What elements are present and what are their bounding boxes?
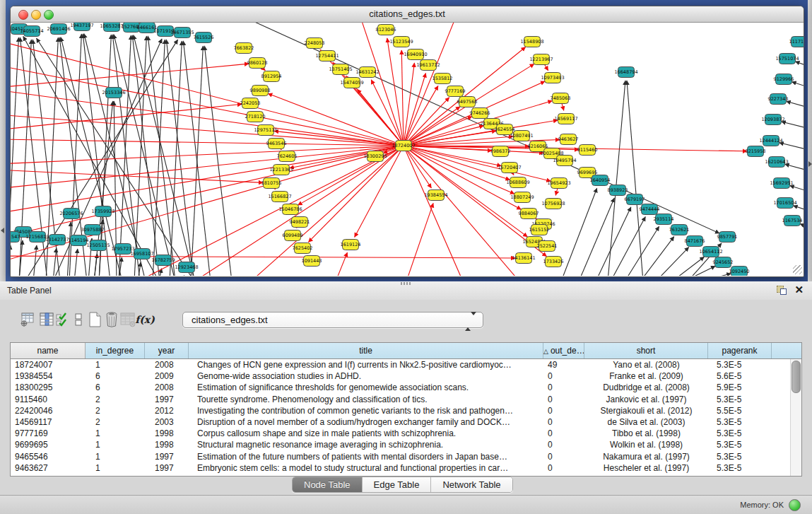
graph-node[interactable]: 391547 — [11, 232, 20, 243]
graph-node[interactable]: 11548908 — [520, 37, 543, 47]
graph-node[interactable]: 1117104 — [789, 37, 804, 47]
graph-node[interactable]: 9498221 — [290, 217, 310, 228]
graph-node[interactable]: 8215958 — [746, 146, 766, 157]
graph-node[interactable]: 20153346 — [102, 88, 125, 98]
graph-node[interactable]: 10756928 — [541, 199, 565, 209]
graph-node[interactable]: 13751405 — [329, 64, 352, 75]
graph-node[interactable]: 16958107 — [130, 249, 153, 259]
graph-node[interactable]: 10973493 — [541, 73, 564, 83]
graph-node[interactable]: 15751074 — [775, 54, 799, 64]
table-selector-dropdown[interactable]: citations_edges.txt — [182, 312, 483, 328]
graph-node[interactable]: 9884067 — [519, 209, 539, 219]
graph-node[interactable]: 13142737 — [45, 235, 69, 245]
graph-node[interactable]: 15474059 — [340, 78, 363, 88]
table-row[interactable]: 946362711997Embryonic stem cells: a mode… — [11, 462, 801, 474]
graph-node[interactable]: 2522541 — [537, 241, 558, 252]
graph-node[interactable]: 7485063 — [551, 93, 571, 104]
graph-node[interactable]: 1619124 — [341, 240, 361, 250]
graph-node[interactable]: 9777169 — [445, 86, 466, 97]
function-builder-icon[interactable]: f(x) — [136, 310, 154, 329]
graph-node[interactable]: 6679197 — [625, 194, 645, 205]
network-canvas[interactable]: 1872400722480531275441113751405154740591… — [11, 23, 804, 276]
graph-node[interactable]: 16210643 — [765, 157, 788, 168]
graph-node[interactable]: 14671355 — [170, 28, 194, 38]
graph-node[interactable]: 7986372 — [490, 146, 511, 157]
network-window-titlebar[interactable]: citations_edges.txt — [11, 6, 804, 23]
graph-node[interactable]: 14136141 — [512, 253, 535, 264]
tab-network-table[interactable]: Network Table — [431, 477, 512, 492]
table-row[interactable]: 1872400712008Changes of HCN gene express… — [11, 359, 801, 370]
column-header-title[interactable]: title — [189, 343, 543, 358]
memory-status-indicator-icon[interactable] — [789, 499, 801, 511]
graph-node[interactable]: 1091443 — [302, 256, 322, 267]
graph-node[interactable]: 2242053 — [240, 98, 261, 109]
graph-node[interactable]: 1167534 — [782, 216, 803, 226]
graph-node[interactable]: 19437197 — [70, 23, 93, 31]
close-panel-icon[interactable]: ✕ — [794, 284, 804, 296]
window-resize-grip[interactable] — [793, 265, 802, 274]
graph-node[interactable]: 9227343 — [768, 94, 789, 105]
table-row[interactable]: 1938455462009Genome-wide association stu… — [11, 370, 801, 382]
table-row[interactable]: 2242004622012Investigating the contribut… — [11, 405, 801, 416]
delete-table-icon[interactable] — [119, 310, 137, 329]
table-settings-icon[interactable] — [18, 310, 37, 329]
column-header-out_de[interactable]: △out_de… — [543, 343, 584, 358]
graph-node[interactable]: 7624605 — [277, 151, 298, 162]
graph-node[interactable]: 17359928 — [91, 206, 114, 217]
graph-node[interactable]: 7632621 — [669, 225, 690, 235]
graph-node[interactable]: 20206576 — [59, 209, 83, 219]
graph-node[interactable]: 1145194 — [69, 235, 89, 246]
graph-node[interactable]: 6497568 — [457, 97, 478, 107]
graph-node[interactable]: 19384554 — [424, 190, 447, 201]
column-header-name[interactable]: name — [11, 343, 86, 358]
graph-node[interactable]: 8912954 — [261, 71, 282, 82]
column-header-pagerank[interactable]: pagerank — [708, 343, 772, 358]
right-splitter-strip[interactable] — [808, 0, 812, 281]
graph-node[interactable]: 8938923 — [608, 185, 628, 196]
graph-node[interactable]: 9245652 — [713, 257, 734, 268]
table-scrollbar[interactable] — [790, 359, 801, 476]
table-row[interactable]: 977716911998Corpus callosum shape and si… — [11, 428, 801, 439]
float-panel-icon[interactable] — [777, 286, 787, 295]
graph-node[interactable]: 12923468 — [175, 262, 198, 273]
graph-node[interactable]: 7615526 — [194, 33, 214, 43]
graph-node[interactable]: 8123046 — [376, 25, 396, 35]
graph-node[interactable]: 18300295 — [363, 151, 387, 162]
graph-node[interactable]: 7625402 — [293, 243, 313, 254]
graph-node[interactable]: 19654923 — [547, 178, 570, 189]
graph-node[interactable]: 15720407 — [498, 163, 521, 173]
graph-node[interactable]: 1810755 — [261, 178, 282, 189]
graph-node[interactable]: 16940910 — [404, 49, 427, 60]
graph-node[interactable]: 12444124 — [759, 136, 782, 146]
graph-node[interactable]: 10654112 — [699, 247, 722, 257]
graph-node[interactable]: 9746266 — [470, 108, 490, 119]
graph-node[interactable]: 12213967 — [529, 54, 553, 65]
table-row[interactable]: 969969511998Structural magnetic resonanc… — [11, 439, 801, 450]
graph-node[interactable]: 14631242 — [355, 67, 379, 78]
graph-node[interactable]: 9129966 — [774, 74, 794, 85]
graph-node[interactable]: 12505135 — [86, 240, 110, 251]
left-splitter-strip[interactable] — [0, 0, 6, 281]
graph-node[interactable]: 9890988 — [250, 86, 271, 96]
graph-node[interactable]: 30975887 — [81, 225, 104, 235]
graph-node[interactable]: 16648794 — [614, 67, 637, 78]
graph-node[interactable]: 2935114 — [654, 214, 674, 225]
column-header-in_degree[interactable]: in_degree — [86, 343, 145, 358]
graph-node[interactable]: 9115460 — [577, 145, 598, 156]
graph-node[interactable]: 9463546 — [266, 139, 287, 149]
graph-node[interactable]: 17016504 — [773, 198, 796, 209]
graph-node[interactable]: 1733426 — [543, 257, 564, 267]
graph-node[interactable]: 6099489 — [283, 230, 303, 241]
graph-node[interactable]: 9857791 — [717, 232, 738, 243]
graph-node[interactable]: 12213363 — [269, 165, 293, 175]
panel-resize-handle[interactable] — [401, 282, 412, 285]
graph-node[interactable]: 7663822 — [234, 43, 254, 54]
graph-node[interactable]: 1092450 — [729, 267, 750, 276]
tab-edge-table[interactable]: Edge Table — [363, 477, 432, 492]
graph-node[interactable]: 14569117 — [554, 114, 577, 124]
create-table-icon[interactable] — [86, 310, 104, 329]
collapse-left-arrow-icon[interactable] — [1, 228, 4, 233]
table-row[interactable]: 946554611997Estimation of the future num… — [11, 451, 801, 462]
graph-node[interactable]: 14055714 — [20, 26, 43, 37]
graph-node[interactable]: 8471676 — [685, 236, 705, 247]
